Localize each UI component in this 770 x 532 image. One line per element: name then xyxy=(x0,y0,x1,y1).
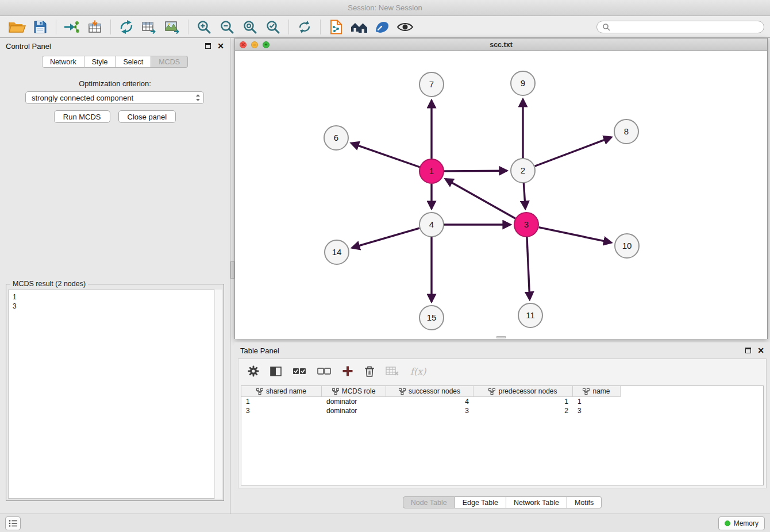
table-toolbar: f(x) xyxy=(238,359,766,383)
network-file-button[interactable] xyxy=(325,18,348,36)
column-type-icon xyxy=(583,388,590,395)
toolbar-separator xyxy=(288,20,289,34)
result-scrollbar[interactable] xyxy=(214,290,222,499)
open-session-button[interactable] xyxy=(6,18,29,36)
maximize-window-button[interactable]: + xyxy=(263,41,270,48)
close-panel-button[interactable]: Close panel xyxy=(118,110,176,123)
table-cell: 4 xyxy=(386,397,473,406)
control-panel-tabs: NetworkStyleSelectMCDS xyxy=(0,56,230,68)
column-header-name[interactable]: name xyxy=(573,386,621,397)
table-header-row: shared nameMCDS rolesuccessor nodesprede… xyxy=(241,386,763,397)
search-field[interactable] xyxy=(596,21,764,33)
show-columns-button[interactable] xyxy=(270,367,282,376)
column-header-shared-name[interactable]: shared name xyxy=(241,386,322,397)
table-tab-motifs[interactable]: Motifs xyxy=(567,496,602,508)
export-network-button[interactable] xyxy=(115,18,138,36)
deselect-all-icon xyxy=(317,367,331,376)
node-11[interactable]: 11 xyxy=(518,303,542,327)
node-8[interactable]: 8 xyxy=(614,119,638,144)
show-graphics-details-button[interactable] xyxy=(394,18,417,36)
table-options-button[interactable] xyxy=(248,365,259,377)
folder-open-icon xyxy=(9,20,26,34)
export-table-button[interactable] xyxy=(138,18,161,36)
float-panel-icon[interactable] xyxy=(205,43,211,49)
network-file-icon xyxy=(330,20,342,34)
run-mcds-button[interactable]: Run MCDS xyxy=(54,110,110,123)
edge-3-10[interactable] xyxy=(539,228,611,243)
select-all-button[interactable] xyxy=(292,367,306,376)
node-1[interactable]: 1 xyxy=(419,159,444,183)
node-14[interactable]: 14 xyxy=(325,240,349,264)
table-tab-network-table[interactable]: Network Table xyxy=(506,496,567,508)
criterion-dropdown[interactable]: strongly connected component xyxy=(25,91,204,104)
column-header-MCDS-role[interactable]: MCDS role xyxy=(322,386,386,397)
function-builder-button[interactable]: f(x) xyxy=(410,366,426,377)
close-table-panel-icon[interactable]: ✕ xyxy=(757,348,764,353)
tab-network[interactable]: Network xyxy=(42,56,84,68)
delete-table-button[interactable] xyxy=(386,366,399,376)
table-cell: dominator xyxy=(322,397,386,406)
edge-2-3[interactable] xyxy=(523,183,525,209)
delete-column-button[interactable] xyxy=(364,365,375,377)
application-window: Session: New Session xyxy=(0,0,770,532)
panel-splitter-handle[interactable] xyxy=(230,261,234,279)
node-15[interactable]: 15 xyxy=(419,306,444,330)
edge-1-6[interactable] xyxy=(351,143,419,167)
node-3[interactable]: 3 xyxy=(514,213,538,237)
save-session-button[interactable] xyxy=(29,18,52,36)
close-window-button[interactable]: ✕ xyxy=(240,41,247,48)
apply-style-button[interactable] xyxy=(371,18,394,36)
zoom-in-button[interactable] xyxy=(192,18,215,36)
memory-button[interactable]: Memory xyxy=(718,516,765,530)
tab-mcds[interactable]: MCDS xyxy=(151,56,188,68)
edge-1-2[interactable] xyxy=(444,171,507,171)
window-resize-handle[interactable] xyxy=(496,336,506,338)
edge-4-14[interactable] xyxy=(352,228,419,248)
import-network-button[interactable] xyxy=(60,18,83,36)
table-panel-tabs: Node TableEdge TableNetwork TableMotifs xyxy=(234,496,770,508)
node-7[interactable]: 7 xyxy=(419,72,444,97)
column-type-icon xyxy=(256,388,263,395)
zoom-selected-button[interactable] xyxy=(261,18,284,36)
svg-text:11: 11 xyxy=(526,310,535,320)
zoom-fit-button[interactable] xyxy=(238,18,261,36)
edge-2-8[interactable] xyxy=(535,137,611,166)
float-table-panel-icon[interactable] xyxy=(745,348,751,353)
column-header-predecessor-nodes[interactable]: predecessor nodes xyxy=(473,386,573,397)
table-tab-edge-table[interactable]: Edge Table xyxy=(455,496,506,508)
close-panel-icon[interactable]: ✕ xyxy=(217,43,224,49)
node-9[interactable]: 9 xyxy=(511,71,535,95)
control-panel-header: Control Panel ✕ xyxy=(0,38,230,54)
edge-3-1[interactable] xyxy=(445,179,515,218)
network-window-title: scc.txt xyxy=(235,41,767,49)
tab-style[interactable]: Style xyxy=(84,56,116,68)
deselect-all-button[interactable] xyxy=(317,367,331,376)
import-table-button[interactable] xyxy=(83,18,106,36)
network-canvas[interactable]: 7968124314101511 xyxy=(235,51,767,339)
node-10[interactable]: 10 xyxy=(615,234,639,258)
status-bar: Memory xyxy=(0,514,770,532)
table-row[interactable]: 3dominator323 xyxy=(241,406,763,415)
search-input[interactable] xyxy=(614,23,759,31)
zoom-out-button[interactable] xyxy=(215,18,238,36)
node-table: shared nameMCDS rolesuccessor nodesprede… xyxy=(241,385,764,485)
network-overview-button[interactable] xyxy=(348,18,371,36)
mcds-result-text[interactable]: 1 3 xyxy=(8,290,222,499)
column-header-successor-nodes[interactable]: successor nodes xyxy=(386,386,473,397)
table-tab-node-table[interactable]: Node Table xyxy=(403,496,455,508)
svg-text:14: 14 xyxy=(332,247,342,257)
minimize-window-button[interactable]: − xyxy=(251,41,258,48)
add-column-button[interactable] xyxy=(342,365,353,377)
memory-label: Memory xyxy=(734,519,759,527)
node-6[interactable]: 6 xyxy=(324,126,348,150)
table-panel: Table Panel ✕ xyxy=(234,342,770,514)
refresh-button[interactable] xyxy=(293,18,316,36)
tab-select[interactable]: Select xyxy=(116,56,152,68)
node-4[interactable]: 4 xyxy=(419,213,444,237)
edge-3-11[interactable] xyxy=(527,237,530,299)
node-2[interactable]: 2 xyxy=(511,159,535,183)
table-mode-button[interactable] xyxy=(5,516,21,530)
export-image-button[interactable] xyxy=(161,18,184,36)
table-row[interactable]: 1dominator411 xyxy=(241,397,763,406)
table-cell: dominator xyxy=(322,406,386,415)
